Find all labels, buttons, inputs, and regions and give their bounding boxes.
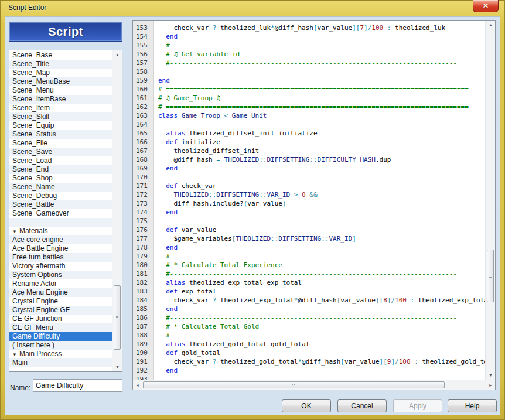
code-line[interactable]: 175 [133,217,485,226]
list-item[interactable]: Rename Actor [9,279,112,288]
code-line[interactable]: 160# ===================================… [133,85,485,94]
code-line[interactable]: 156 # ♫ Get variable id [133,50,485,59]
list-item[interactable]: Scene_Menu [9,86,112,95]
code-line[interactable]: 161# ♫ Game_Troop ♫ [133,94,485,103]
code-line[interactable]: 166 def initialize [133,138,485,146]
code-line[interactable]: 174 end [133,208,485,217]
help-button[interactable]: Help [448,399,497,412]
code-line[interactable]: 157 #-----------------------------------… [133,59,485,67]
code-viewport[interactable]: 153 check_var ? theolized_luk*@diff_hash… [133,21,485,380]
scroll-left-icon[interactable]: ◄ [133,380,142,390]
list-item[interactable]: Scene_Skill [9,112,112,121]
code-line[interactable]: 159end [133,76,485,85]
code-line[interactable]: 185 end [133,305,485,313]
list-item[interactable]: Victory aftermath [9,262,112,271]
list-item[interactable]: CE GF Menu [9,323,112,332]
code-line[interactable]: 168 @diff_hash = THEOLIZED::DIFFSETTING:… [133,155,485,164]
list-item[interactable]: Scene_Debug [9,192,112,200]
scroll-up-icon[interactable]: ▲ [486,21,496,29]
list-item[interactable]: Scene_Name [9,183,112,192]
list-item[interactable]: Scene_Title [9,60,112,69]
list-group-header[interactable]: ▼Materials [9,227,112,235]
list-item[interactable]: Scene_Status [9,130,112,139]
ok-button[interactable]: OK [282,399,331,412]
list-item[interactable]: Scene_ItemBase [9,95,112,104]
code-line[interactable]: 190 def gold_total [133,349,485,357]
list-item[interactable]: Crystal Engine GF [9,306,112,315]
list-item[interactable]: Scene_Load [9,156,112,165]
list-group-header[interactable]: ▼Main Process [9,350,112,358]
list-scrollbar[interactable]: ▲ ▼ [112,50,122,371]
list-item[interactable]: Scene_Map [9,69,112,77]
scroll-down-icon[interactable]: ▼ [486,371,496,380]
list-item[interactable]: Scene_Equip [9,121,112,130]
code-line[interactable]: 167 theolized_diffset_init [133,146,485,155]
scroll-right-icon[interactable]: ► [486,380,495,390]
code-line[interactable]: 155 #-----------------------------------… [133,41,485,50]
code-line[interactable]: 182 alias theolized_exp_total exp_total [133,278,485,287]
code-line[interactable]: 170 [133,173,485,182]
script-name-input[interactable] [33,379,122,392]
list-item[interactable]: System Options [9,271,112,279]
list-scrollbar-thumb[interactable] [114,285,121,350]
code-line[interactable]: 171 def check_var [133,182,485,190]
list-item[interactable]: Scene_MenuBase [9,77,112,86]
list-item[interactable]: Main [9,358,112,367]
code-line[interactable]: 162# ===================================… [133,103,485,111]
list-item[interactable]: Scene_Battle [9,200,112,209]
code-line[interactable]: 176 def var_value [133,226,485,234]
editor-hscrollbar-thumb[interactable] [143,381,445,388]
code-line[interactable]: 158 [133,67,485,76]
list-item[interactable] [9,218,112,227]
code-line[interactable]: 192 end [133,366,485,375]
list-item[interactable]: Scene_File [9,139,112,148]
code-line[interactable]: 154 end [133,32,485,41]
code-line[interactable]: 184 check_var ? theolized_exp_total*@dif… [133,296,485,305]
list-item[interactable]: Ace Menu Engine [9,288,112,297]
list-item[interactable]: Scene_Gameover [9,209,112,218]
list-item[interactable]: Scene_Item [9,104,112,112]
list-item[interactable]: ( Insert here ) [9,341,112,350]
list-item[interactable]: Scene_End [9,165,112,174]
editor-horizontal-scrollbar[interactable]: ◄ ► [133,380,495,390]
list-item[interactable]: Ace core engine [9,235,112,244]
scroll-up-icon[interactable]: ▲ [112,50,122,59]
list-item[interactable]: Crystal Engine [9,297,112,306]
list-item[interactable]: Game Difficulty [9,332,112,341]
line-number: 169 [133,164,154,173]
code-line[interactable]: 193 [133,375,485,380]
code-line[interactable]: 187 # * Calculate Total Gold [133,322,485,331]
code-line[interactable]: 191 check_var ? theolized_gold_total*@di… [133,357,485,366]
list-item[interactable]: Scene_Save [9,148,112,156]
code-line[interactable]: 165 alias theolized_diffset_init initial… [133,129,485,138]
code-line[interactable]: 186 #-----------------------------------… [133,313,485,322]
title-bar[interactable]: Script Editor ✕ [0,0,505,16]
code-line[interactable]: 183 def exp_total [133,287,485,296]
list-item[interactable]: Scene_Base [9,51,112,60]
list-item[interactable]: Ace Battle Engine [9,244,112,253]
list-item[interactable]: CE GF Junction [9,315,112,323]
code-line[interactable]: 177 $game_variables[THEOLIZED::DIFFSETTI… [133,234,485,243]
editor-vertical-scrollbar[interactable]: ▲ ▼ [485,21,495,380]
code-editor[interactable]: 153 check_var ? theolized_luk*@diff_hash… [132,20,496,390]
code-line[interactable]: 173 diff_hash.include?(var_value) [133,199,485,208]
apply-button[interactable]: Apply [393,399,442,412]
list-item[interactable]: Free turn battles [9,253,112,262]
script-list[interactable]: Scene_BaseScene_TitleScene_MapScene_Menu… [9,50,122,372]
code-line[interactable]: 172 THEOLIZED::DIFFSETTING::VAR_ID > 0 &… [133,190,485,199]
code-line[interactable]: 188 #-----------------------------------… [133,331,485,340]
code-line[interactable]: 153 check_var ? theolized_luk*@diff_hash… [133,23,485,32]
code-line[interactable]: 164 [133,120,485,129]
code-line[interactable]: 181 #-----------------------------------… [133,269,485,278]
code-line[interactable]: 163class Game_Troop < Game_Unit [133,111,485,120]
close-button[interactable]: ✕ [473,0,499,12]
code-line[interactable]: 180 # * Calculate Total Experience [133,261,485,269]
code-line[interactable]: 169 end [133,164,485,173]
code-line[interactable]: 189 alias theolized_gold_total gold_tota… [133,340,485,349]
list-item[interactable]: Scene_Shop [9,174,112,183]
code-line[interactable]: 179 #-----------------------------------… [133,252,485,261]
scroll-down-icon[interactable]: ▼ [112,363,122,371]
cancel-button[interactable]: Cancel [337,399,387,412]
code-line[interactable]: 178 end [133,243,485,252]
editor-vscrollbar-thumb[interactable] [487,250,494,302]
